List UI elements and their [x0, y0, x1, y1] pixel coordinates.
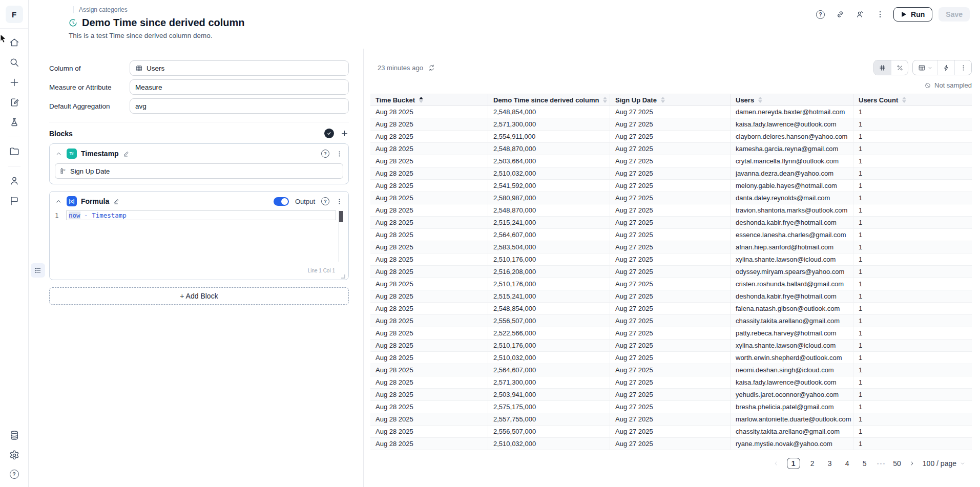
- cell-sign-up-date: Aug 27 2025: [610, 229, 731, 241]
- flag-icon[interactable]: [9, 195, 20, 206]
- block-more-icon[interactable]: [336, 150, 343, 158]
- flask-icon[interactable]: [9, 117, 20, 128]
- percent-view-button[interactable]: [891, 60, 908, 75]
- column-header[interactable]: Sign Up Date: [610, 94, 731, 106]
- chevron-down-icon: [927, 65, 933, 71]
- column-header[interactable]: Users Count: [853, 94, 972, 106]
- edit-pencil-icon[interactable]: [113, 198, 120, 205]
- pagination: 12345 ••• 50 100 / page: [370, 458, 972, 469]
- table-more-button[interactable]: [954, 60, 971, 75]
- cell-sign-up-date: Aug 27 2025: [610, 204, 731, 217]
- cell-derived-value: 2,548,854,000: [488, 303, 610, 315]
- cell-users-count: 1: [853, 389, 972, 401]
- add-block-plus-icon[interactable]: [340, 129, 349, 138]
- home-icon[interactable]: [9, 37, 20, 48]
- run-label: Run: [911, 10, 925, 18]
- plus-icon[interactable]: [9, 77, 20, 88]
- cell-user-email: patty.rebeca.harvey@hotmail.com: [731, 327, 853, 340]
- validate-check-icon[interactable]: [324, 129, 334, 138]
- table-view-button[interactable]: [913, 60, 937, 75]
- table-row: Aug 28 2025 2,503,664,000 Aug 27 2025 cr…: [370, 155, 972, 167]
- lightning-button[interactable]: [937, 60, 954, 75]
- table-row: Aug 28 2025 2,510,032,000 Aug 27 2025 ja…: [370, 167, 972, 180]
- aggregation-input[interactable]: avg: [130, 98, 349, 114]
- table-row: Aug 28 2025 2,503,941,000 Aug 27 2025 ye…: [370, 389, 972, 401]
- formula-code-editor[interactable]: 1 now - Timestamp Line 1 Col 1: [55, 210, 343, 274]
- sampling-status[interactable]: Not sampled: [370, 81, 972, 89]
- cell-derived-value: 2,557,755,000: [488, 413, 610, 426]
- help-icon[interactable]: ?: [10, 470, 19, 479]
- cell-sign-up-date: Aug 27 2025: [610, 426, 731, 438]
- editor-resize-handle[interactable]: [341, 274, 345, 279]
- cell-user-email: travion.shantoria.marks@outlook.com: [731, 204, 853, 217]
- scrollbar-thumb[interactable]: [339, 211, 343, 222]
- outline-toggle-button[interactable]: [31, 263, 45, 278]
- cell-derived-value: 2,510,032,000: [488, 352, 610, 364]
- help-icon[interactable]: ?: [816, 10, 825, 19]
- save-button[interactable]: Save: [939, 7, 970, 22]
- measure-input[interactable]: Measure: [130, 79, 349, 95]
- table-row: Aug 28 2025 2,554,911,000 Aug 27 2025 cl…: [370, 131, 972, 143]
- link-icon[interactable]: [836, 10, 845, 19]
- output-toggle[interactable]: [274, 197, 289, 206]
- next-page-icon[interactable]: [908, 460, 915, 467]
- more-kebab-icon[interactable]: [875, 10, 885, 19]
- add-block-button[interactable]: + Add Block: [49, 287, 349, 305]
- cell-user-email: xylina.shante.lawson@icloud.com: [731, 340, 853, 352]
- collapse-chevron-icon[interactable]: [55, 198, 62, 205]
- page-button[interactable]: 1: [787, 458, 800, 469]
- formula-code-line[interactable]: now - Timestamp: [66, 210, 336, 220]
- settings-gear-icon[interactable]: [9, 450, 20, 461]
- cell-user-email: kamesha.garcia.reyna@gmail.com: [731, 143, 853, 155]
- cell-sign-up-date: Aug 27 2025: [610, 389, 731, 401]
- breadcrumb-label[interactable]: Assign categories: [79, 6, 128, 13]
- cell-derived-value: 2,548,870,000: [488, 204, 610, 217]
- cell-users-count: 1: [853, 278, 972, 290]
- cell-derived-value: 2,510,176,000: [488, 340, 610, 352]
- refresh-icon[interactable]: [428, 64, 435, 72]
- search-icon[interactable]: [9, 57, 20, 68]
- prev-page-icon[interactable]: [773, 460, 780, 467]
- edit-pencil-icon[interactable]: [123, 150, 130, 157]
- formula-chip: |x|: [67, 196, 77, 206]
- page-size-select[interactable]: 100 / page: [923, 459, 966, 468]
- sort-carets-icon: [758, 97, 762, 103]
- members-icon[interactable]: [856, 10, 865, 19]
- column-header[interactable]: Users: [731, 94, 853, 106]
- block-help-icon[interactable]: ?: [321, 150, 329, 158]
- user-icon[interactable]: [9, 175, 20, 186]
- cell-users-count: 1: [853, 266, 972, 278]
- run-button[interactable]: Run: [893, 7, 932, 22]
- cell-user-email: falena.natash.gibson@outlook.com: [731, 303, 853, 315]
- page-ellipsis[interactable]: •••: [877, 460, 886, 467]
- time-since-clock-icon: [69, 18, 77, 27]
- table-row: Aug 28 2025 2,575,175,000 Aug 27 2025 br…: [370, 401, 972, 413]
- editor-scrollbar[interactable]: [338, 210, 343, 262]
- block-more-icon[interactable]: [336, 198, 343, 205]
- aggregation-value: avg: [135, 102, 147, 110]
- cell-users-count: 1: [853, 426, 972, 438]
- cell-user-email: melony.gable.hayes@hotmail.com: [731, 180, 853, 192]
- page-button[interactable]: 2: [807, 459, 818, 468]
- grid-view-button[interactable]: [874, 60, 891, 75]
- last-page-button[interactable]: 50: [893, 459, 901, 468]
- page-button[interactable]: 5: [860, 459, 870, 468]
- app-logo: F: [0, 0, 28, 29]
- column-header[interactable]: Time Bucket: [370, 94, 488, 106]
- collapse-chevron-icon[interactable]: [55, 150, 62, 158]
- page-button[interactable]: 4: [842, 459, 852, 468]
- column-header[interactable]: Demo Time since derived column: [488, 94, 610, 106]
- column-of-input[interactable]: Users: [130, 60, 349, 76]
- cell-time-bucket: Aug 28 2025: [370, 180, 488, 192]
- document-edit-icon[interactable]: [9, 97, 20, 108]
- editor-cursor-status: Line 1 Col 1: [308, 268, 335, 273]
- code-token-now: now: [69, 211, 80, 219]
- folder-icon[interactable]: [9, 146, 20, 157]
- timestamp-column-select[interactable]: fx Sign Up Date: [55, 163, 343, 179]
- block-help-icon[interactable]: ?: [321, 197, 329, 205]
- table-row: Aug 28 2025 2,510,176,000 Aug 27 2025 xy…: [370, 340, 972, 352]
- cell-user-email: cristen.roshunda.ballard@gmail.com: [731, 278, 853, 290]
- database-icon[interactable]: [9, 430, 20, 441]
- page-button[interactable]: 3: [825, 459, 835, 468]
- cell-time-bucket: Aug 28 2025: [370, 426, 488, 438]
